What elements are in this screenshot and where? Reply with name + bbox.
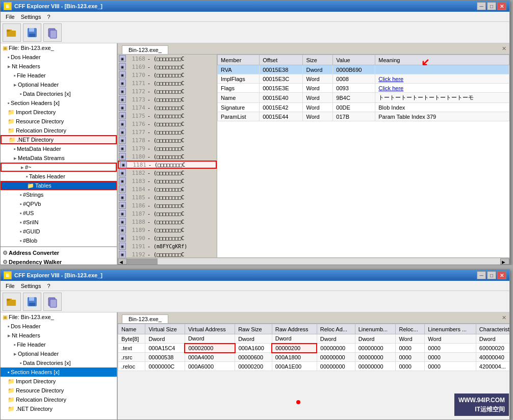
hex-row-1189[interactable]: ▣ 1189 - (□□□□□□□□C (118, 226, 217, 234)
table-row-signature[interactable]: Signature 00015E42 Word 00DE Blob Index (218, 103, 509, 112)
tree2-dos[interactable]: ▪ Dos Header (1, 322, 117, 331)
hex-row-1170[interactable]: ▣ 1170 - (□□□□□□□□C (118, 71, 217, 79)
tree-item-us[interactable]: ▪ #US (1, 208, 117, 218)
menu-help-2[interactable]: ? (44, 282, 53, 290)
table-row-name[interactable]: Name 00015E40 Word 9B4C トートートートートートートートー… (218, 93, 509, 103)
close-btn-1[interactable]: ✕ (497, 2, 506, 10)
hex-row-1181[interactable]: ▣ 1181 - (□□□□□□□□C (118, 161, 217, 169)
menu-settings-2[interactable]: Settings (18, 282, 44, 290)
maximize-btn-2[interactable]: □ (487, 271, 496, 279)
tree-item-metadata-header[interactable]: ▪ MetaData Header (1, 144, 117, 153)
toolbar-btn-copy-2[interactable] (43, 293, 62, 311)
hex-row-1171[interactable]: ▣ 1171 - (□□□□□□□□C (118, 79, 217, 87)
cell-fl-meaning[interactable]: Click here (375, 84, 509, 93)
toolbar-btn-save-2[interactable] (23, 293, 41, 311)
tree2-nt[interactable]: ▸ Nt Headers (1, 331, 117, 340)
tree2-relocation-dir[interactable]: 📁 Relocation Directory (1, 395, 117, 404)
scroll-track-1[interactable] (127, 258, 500, 265)
tree-item-tables[interactable]: 📁 Tables (1, 181, 117, 190)
table-row-paramlist[interactable]: ParamList 00015E44 Word 017B Param Table… (218, 112, 509, 121)
menu-settings-1[interactable]: Settings (18, 13, 44, 21)
hscrollbar-1[interactable]: ◄ ► (118, 257, 509, 265)
tree-item-address-converter[interactable]: ⚙ Address Converter (1, 248, 117, 257)
section-table-container: Name Virtual Size Virtual Address Raw Si… (118, 324, 509, 419)
hex-row-1172[interactable]: ▣ 1172 - (□□□□□□□□C (118, 87, 217, 95)
maximize-btn-1[interactable]: □ (487, 2, 496, 10)
hex-row-1186[interactable]: ▣ 1186 - (□□□□□□□□C (118, 201, 217, 209)
scroll-right-btn-1[interactable]: ► (500, 258, 509, 265)
table-row-flags[interactable]: Flags 00015E3E Word 0093 Click here (218, 84, 509, 93)
hex-row-1180[interactable]: ▣ 1180 - (□□□□□□□□C (118, 152, 217, 161)
tab-1[interactable]: Bin-123.exe_ (122, 45, 168, 54)
toolbar-btn-open[interactable] (3, 23, 21, 42)
section-row-reloc[interactable]: .reloc 0000000C 000A6000 00000200 000A1E… (118, 362, 510, 371)
hex-row-1191[interactable]: ▣ 1191 - (m8FYCgKRf) (118, 242, 217, 250)
cell-if-meaning[interactable]: Click here (375, 74, 509, 84)
tree2-optional-header[interactable]: ▸ Optional Header (1, 349, 117, 358)
toolbar-btn-open-2[interactable] (3, 293, 21, 311)
tree-item-sriln[interactable]: ▪ #SriIN (1, 218, 117, 227)
tree-item-nt[interactable]: ▸ Nt Headers (1, 62, 117, 71)
table-row-implflags[interactable]: ImplFlags 00015E3C Word 0008 Click here (218, 74, 509, 84)
tree-item-file-header[interactable]: ▪ File Header (1, 71, 117, 80)
tree-item-qpvb[interactable]: ▪ #QPVb (1, 199, 117, 208)
tree2-net-dir[interactable]: 📁 .NET Directory (1, 404, 117, 413)
tree-item-optional-header[interactable]: ▸ Optional Header (1, 80, 117, 89)
tree-item-hash-tilde[interactable]: ▸ #~ (1, 163, 117, 172)
hex-row-1185[interactable]: ▣ 1185 - (□□□□□□□□C (118, 193, 217, 201)
scroll-thumb-1[interactable] (127, 258, 158, 265)
tree-item-guid[interactable]: ▪ #GUID (1, 227, 117, 236)
menu-file-2[interactable]: File (3, 282, 18, 290)
tree2-resource-dir[interactable]: 📁 Resource Directory (1, 386, 117, 395)
tree2-file-header[interactable]: ▪ File Header (1, 340, 117, 349)
hex-row-1179[interactable]: ▣ 1179 - (□□□□□□□□C (118, 144, 217, 152)
section-row-rsrc[interactable]: .rsrc 00000538 000A4000 00000600 000A180… (118, 353, 510, 362)
tree-item-tables-header[interactable]: ▪ Tables Header (1, 172, 117, 181)
tree-item-blob[interactable]: ▪ #Blob (1, 236, 117, 245)
hex-row-1184[interactable]: ▣ 1184 - (□□□□□□□□C (118, 185, 217, 193)
hex-row-1173[interactable]: ▣ 1173 - (□□□□□□□□C (118, 95, 217, 103)
hex-row-1192[interactable]: ▣ 1192 - (□□□□□□□□C (118, 250, 217, 257)
minimize-btn-1[interactable]: ─ (477, 2, 486, 10)
tree-item-strings[interactable]: ▪ #Strings (1, 190, 117, 199)
tree-item-section-headers[interactable]: ▪ Section Headers [x] (1, 98, 117, 108)
hex-row-1169[interactable]: ▣ 1169 - (□□□□□□□□C (118, 63, 217, 71)
tab-2[interactable]: Bin-123.exe_ (122, 314, 168, 323)
close-btn-2[interactable]: ✕ (497, 271, 506, 279)
tree-item-dos[interactable]: ▪ Dos Header (1, 52, 117, 62)
hex-row-1175[interactable]: ▣ 1175 - (□□□□□□□□C (118, 112, 217, 120)
toolbar-btn-save[interactable] (23, 23, 41, 42)
tree-item-file-root[interactable]: ▣ File: Bin-123.exe_ (1, 43, 117, 52)
tree2-section-headers[interactable]: ▪ Section Headers [x] (1, 368, 117, 377)
menu-file-1[interactable]: File (3, 13, 18, 21)
tree-item-net-dir[interactable]: 📁 .NET Directory (1, 135, 117, 144)
toolbar-btn-copy[interactable] (43, 23, 62, 42)
hex-row-1176[interactable]: ▣ 1176 - (□□□□□□□□C (118, 120, 217, 128)
menu-help-1[interactable]: ? (44, 13, 53, 21)
minimize-btn-2[interactable]: ─ (477, 271, 486, 279)
icon-oh-2: ▸ (14, 351, 17, 357)
tab-close-2[interactable]: ✕ (502, 314, 506, 321)
table-row-rva[interactable]: RVA 00015E38 Dword 0000B690 (218, 65, 509, 74)
tree2-data-dirs[interactable]: ▪ Data Directories [x] (1, 358, 117, 368)
hex-row-1187[interactable]: ▣ 1187 - (□□□□□□□□C (118, 209, 217, 218)
tree-item-metadata-streams[interactable]: ▸ MetaData Streams (1, 153, 117, 163)
section-row-text[interactable]: .text 000A15C4 00002000 000A1600 0000020… (118, 344, 510, 353)
tree2-file-root[interactable]: ▣ File: Bin-123.exe_ (1, 312, 117, 322)
hex-row-1174[interactable]: ▣ 1174 - (□□□□□□□□C (118, 103, 217, 112)
hex-row-1188[interactable]: ▣ 1188 - (□□□□□□□□C (118, 218, 217, 226)
scroll-left-btn-1[interactable]: ◄ (118, 258, 127, 265)
tree-item-data-dirs[interactable]: ▪ Data Directories [x] (1, 89, 117, 98)
tree-item-dependency-walker[interactable]: ⚙ Dependency Walker (1, 257, 117, 265)
hex-row-1177[interactable]: ▣ 1177 - (□□□□□□□□C (118, 128, 217, 136)
hex-row-1168[interactable]: ▣ 1168 - (□□□□□□□□C (118, 55, 217, 63)
tree-item-resource-dir[interactable]: 📁 Resource Directory (1, 117, 117, 126)
hex-row-1182[interactable]: ▣ 1182 - (□□□□□□□□C (118, 169, 217, 177)
tree-item-relocation-dir[interactable]: 📁 Relocation Directory (1, 126, 117, 135)
tree-item-import-dir[interactable]: 📁 Import Directory (1, 108, 117, 117)
hex-row-1183[interactable]: ▣ 1183 - (□□□□□□□□C (118, 177, 217, 185)
hex-row-1190[interactable]: ▣ 1190 - (□□□□□□□□C (118, 234, 217, 242)
tab-close-1[interactable]: ✕ (502, 45, 506, 52)
tree2-import-dir[interactable]: 📁 Import Directory (1, 377, 117, 386)
hex-row-1178[interactable]: ▣ 1178 - (□□□□□□□□C (118, 136, 217, 144)
